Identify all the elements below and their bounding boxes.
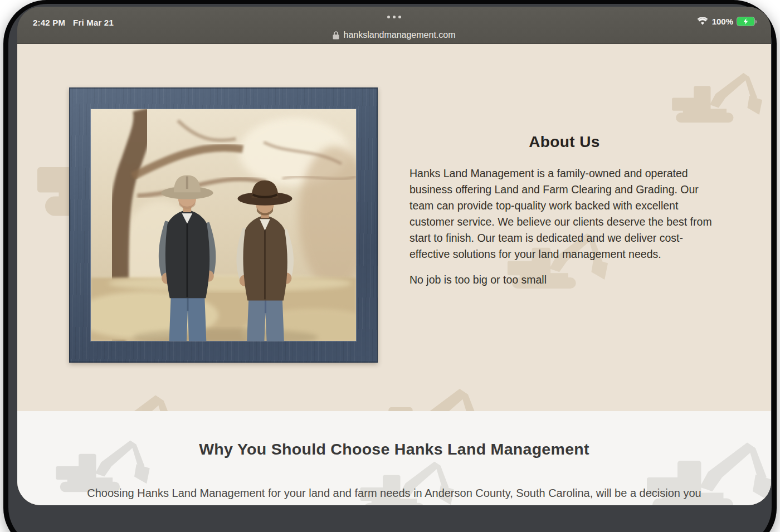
- why-section: Why You Should Choose Hanks Land Managem…: [17, 411, 771, 505]
- status-time-date: 2:42 PMFri Mar 21: [33, 18, 114, 27]
- tablet-bezel: 2:42 PMFri Mar 21 100%: [8, 4, 772, 532]
- wifi-icon: [697, 17, 708, 26]
- excavator-watermark: [352, 376, 494, 411]
- status-date: Fri Mar 21: [73, 18, 114, 27]
- battery-charging-icon: [737, 17, 754, 26]
- team-photo: [91, 109, 356, 341]
- address-bar[interactable]: hankslandmanagement.com: [17, 30, 771, 40]
- excavator-watermark: [668, 64, 767, 124]
- browser-chrome: 2:42 PMFri Mar 21 100%: [17, 7, 771, 44]
- page-overview-dots-icon[interactable]: [17, 16, 771, 18]
- battery-percent: 100%: [712, 17, 733, 26]
- why-body: Choosing Hanks Land Management for your …: [17, 486, 771, 500]
- padlock-icon: [333, 31, 339, 40]
- status-indicators: 100%: [697, 17, 754, 26]
- about-heading: About Us: [410, 133, 719, 151]
- url-text: hankslandmanagement.com: [343, 30, 455, 40]
- about-body: Hanks Land Management is a family-owned …: [410, 165, 719, 262]
- about-section: About Us Hanks Land Management is a fami…: [17, 44, 771, 411]
- web-page: About Us Hanks Land Management is a fami…: [17, 44, 771, 505]
- status-time: 2:42 PM: [33, 18, 65, 27]
- why-heading: Why You Should Choose Hanks Land Managem…: [17, 440, 771, 458]
- about-text-block: About Us Hanks Land Management is a fami…: [410, 133, 719, 288]
- framed-team-photo: [69, 87, 378, 363]
- tablet-device: 2:42 PMFri Mar 21 100%: [3, 0, 777, 532]
- excavator-watermark: [50, 383, 189, 411]
- about-tagline: No job is too big or too small: [410, 272, 719, 288]
- screen: 2:42 PMFri Mar 21 100%: [17, 7, 771, 505]
